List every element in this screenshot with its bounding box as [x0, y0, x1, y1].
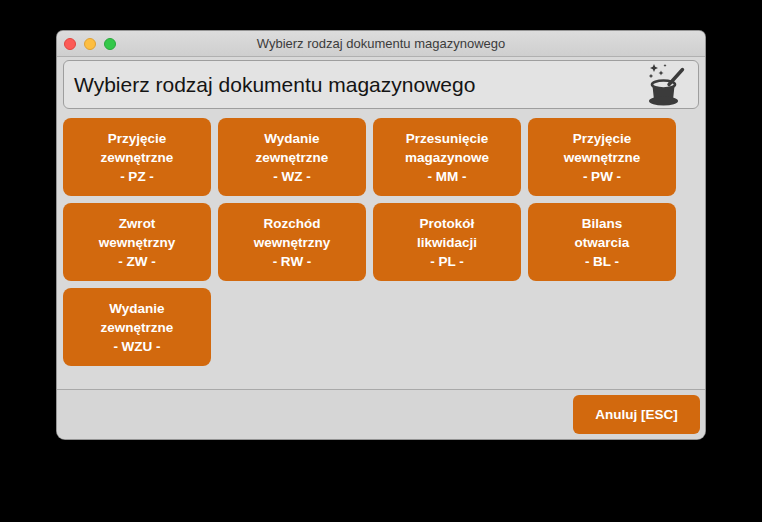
doc-button-line: Przesunięcie — [406, 129, 489, 148]
doc-button-line: wewnętrzne — [564, 148, 641, 167]
header-box: Wybierz rodzaj dokumentu magazynowego — [63, 60, 699, 109]
doc-button-line: wewnętrzny — [254, 233, 331, 252]
doc-button-rw[interactable]: Rozchódwewnętrzny- RW - — [218, 203, 366, 281]
magic-hat-icon — [648, 63, 686, 107]
doc-button-line: Wydanie — [264, 129, 319, 148]
doc-button-line: likwidacji — [417, 233, 477, 252]
minimize-button[interactable] — [84, 38, 96, 50]
zoom-button[interactable] — [104, 38, 116, 50]
doc-button-line: magazynowe — [405, 148, 489, 167]
titlebar[interactable]: Wybierz rodzaj dokumentu magazynowego — [57, 31, 705, 57]
doc-button-line: Protokół — [420, 214, 475, 233]
doc-button-line: zewnętrzne — [101, 318, 174, 337]
close-button[interactable] — [64, 38, 76, 50]
document-buttons-grid: Przyjęciezewnętrzne- PZ -Wydaniezewnętrz… — [63, 118, 699, 366]
doc-button-wz[interactable]: Wydaniezewnętrzne- WZ - — [218, 118, 366, 196]
dialog-window: Wybierz rodzaj dokumentu magazynowego Wy… — [57, 31, 705, 439]
doc-button-line: zewnętrzne — [256, 148, 329, 167]
doc-button-line: - PL - — [430, 252, 464, 271]
doc-button-line: - MM - — [428, 167, 467, 186]
doc-button-pz[interactable]: Przyjęciezewnętrzne- PZ - — [63, 118, 211, 196]
doc-button-line: Rozchód — [264, 214, 321, 233]
doc-button-line: zewnętrzne — [101, 148, 174, 167]
traffic-lights — [64, 38, 116, 50]
footer-bar: Anuluj [ESC] — [57, 389, 705, 439]
doc-button-bl[interactable]: Bilansotwarcia- BL - — [528, 203, 676, 281]
page-title: Wybierz rodzaj dokumentu magazynowego — [64, 73, 648, 97]
doc-button-mm[interactable]: Przesunięciemagazynowe- MM - — [373, 118, 521, 196]
doc-button-line: Wydanie — [109, 299, 164, 318]
doc-button-wzu[interactable]: Wydaniezewnętrzne- WZU - — [63, 288, 211, 366]
titlebar-title: Wybierz rodzaj dokumentu magazynowego — [257, 36, 505, 51]
doc-button-pl[interactable]: Protokółlikwidacji- PL - — [373, 203, 521, 281]
doc-button-line: Przyjęcie — [108, 129, 167, 148]
doc-button-line: Przyjęcie — [573, 129, 632, 148]
doc-button-line: - WZ - — [273, 167, 310, 186]
doc-button-line: Bilans — [582, 214, 623, 233]
doc-button-line: - WZU - — [113, 337, 160, 356]
doc-button-zw[interactable]: Zwrotwewnętrzny- ZW - — [63, 203, 211, 281]
doc-button-line: - BL - — [585, 252, 619, 271]
cancel-button[interactable]: Anuluj [ESC] — [573, 395, 700, 434]
doc-button-line: - RW - — [273, 252, 312, 271]
doc-button-line: wewnętrzny — [99, 233, 176, 252]
doc-button-line: otwarcia — [575, 233, 630, 252]
doc-button-line: - PZ - — [120, 167, 154, 186]
doc-button-pw[interactable]: Przyjęciewewnętrzne- PW - — [528, 118, 676, 196]
doc-button-line: Zwrot — [119, 214, 156, 233]
doc-button-line: - PW - — [583, 167, 621, 186]
doc-button-line: - ZW - — [118, 252, 155, 271]
